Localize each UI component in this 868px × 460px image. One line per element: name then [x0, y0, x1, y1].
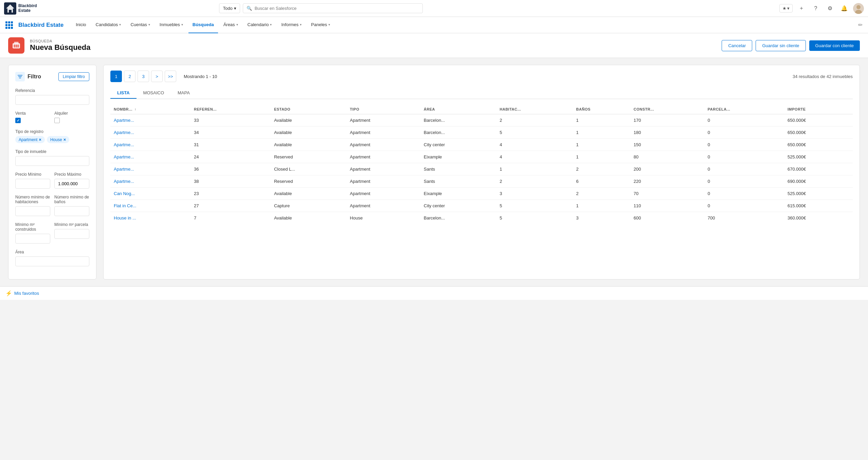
search-input-wrap: 🔍 — [243, 3, 423, 13]
row-construidos: 150 — [630, 139, 704, 151]
row-habitaciones: 5 — [496, 127, 573, 139]
num-hab-input[interactable] — [15, 206, 50, 216]
row-area: Sants — [420, 175, 496, 188]
nav-item-inicio[interactable]: Inicio — [72, 17, 90, 33]
help-button[interactable]: ? — [810, 3, 821, 14]
add-button[interactable]: ＋ — [796, 3, 807, 14]
row-nombre[interactable]: Can Nog... — [114, 191, 135, 196]
nav-item-areas[interactable]: Áreas ▾ — [219, 17, 242, 33]
tab-mapa[interactable]: MAPA — [171, 88, 197, 99]
app-switcher-icon[interactable] — [5, 21, 13, 29]
row-area: Barcelon... — [420, 127, 496, 139]
row-nombre[interactable]: Apartme... — [114, 130, 134, 135]
page-btn-2[interactable]: 2 — [124, 71, 135, 82]
nav-item-busqueda[interactable]: Búsqueda — [188, 17, 218, 33]
favorites-button[interactable]: ★ ▾ — [779, 4, 793, 13]
row-nombre[interactable]: Flat in Ce... — [114, 203, 136, 208]
chevron-down-icon: ▾ — [300, 23, 302, 26]
row-referencia: 23 — [191, 188, 271, 200]
filter-panel: Filtro Limpiar filtro Referencia Venta ✓… — [8, 65, 96, 280]
row-nombre[interactable]: Apartme... — [114, 118, 134, 123]
row-nombre[interactable]: Apartme... — [114, 179, 134, 184]
svg-rect-7 — [13, 43, 20, 49]
row-area: Eixample — [420, 188, 496, 200]
filter-header: Filtro Limpiar filtro — [15, 72, 89, 81]
num-hab-group: Número mínimo de habitaciones — [15, 195, 50, 216]
svg-point-5 — [856, 5, 861, 9]
nav-item-cuentas[interactable]: Cuentas ▾ — [126, 17, 154, 33]
page-btn-next[interactable]: > — [151, 71, 163, 82]
m2-construidos-input[interactable] — [15, 234, 50, 244]
app-title[interactable]: Blackbird Estate — [18, 22, 64, 28]
table-header-row: NOMBR... ↑ REFEREN... ESTADO TIPO ÁREA H… — [110, 104, 853, 114]
user-avatar[interactable] — [853, 3, 864, 14]
lightning-icon: ⚡ — [5, 290, 12, 296]
alquiler-group: Alquiler — [54, 111, 89, 123]
row-nombre[interactable]: Apartme... — [114, 167, 134, 172]
notifications-button[interactable]: 🔔 — [839, 3, 850, 14]
row-nombre[interactable]: House in ... — [114, 215, 136, 221]
num-banios-input[interactable] — [54, 206, 89, 216]
area-input[interactable] — [15, 256, 89, 266]
row-habitaciones: 5 — [496, 200, 573, 212]
page-btn-3[interactable]: 3 — [138, 71, 149, 82]
col-construidos: CONSTR... — [630, 104, 704, 114]
clear-filter-button[interactable]: Limpiar filtro — [58, 72, 89, 81]
row-tipo: Apartment — [346, 163, 420, 175]
row-nombre[interactable]: Apartme... — [114, 154, 134, 159]
tipo-inmueble-label: Tipo de inmueble — [15, 149, 89, 154]
results-panel: 1 2 3 > >> Mostrando 1 - 10 34 resultado… — [103, 65, 860, 280]
page-btn-1[interactable]: 1 — [110, 71, 122, 82]
m2-parcela-input[interactable] — [54, 229, 89, 239]
sort-asc-icon[interactable]: ↑ — [134, 108, 137, 111]
nav-item-candidatos[interactable]: Candidatos ▾ — [92, 17, 125, 33]
svg-rect-11 — [17, 45, 19, 46]
top-bar-right: ★ ▾ ＋ ? ⚙ 🔔 — [779, 3, 864, 14]
tab-mosaico[interactable]: MOSAICO — [137, 88, 171, 99]
precio-min-input[interactable] — [15, 179, 50, 189]
row-referencia: 36 — [191, 163, 271, 175]
tipo-inmueble-input[interactable] — [15, 156, 89, 166]
row-parcela: 0 — [704, 114, 784, 127]
svg-rect-3 — [10, 10, 12, 13]
cancel-button[interactable]: Cancelar — [722, 40, 752, 51]
venta-label: Venta — [15, 111, 50, 116]
area-label: Área — [15, 250, 89, 254]
nav-item-inmuebles[interactable]: Inmuebles ▾ — [156, 17, 187, 33]
search-scope-label: Todo — [223, 6, 232, 11]
tag-remove-apartment[interactable]: × — [39, 137, 41, 142]
alquiler-checkbox[interactable] — [54, 118, 60, 123]
referencia-input[interactable] — [15, 95, 89, 105]
nav-item-informes[interactable]: Informes ▾ — [277, 17, 306, 33]
row-importe: 615.000€ — [784, 200, 853, 212]
main-content: Filtro Limpiar filtro Referencia Venta ✓… — [0, 58, 868, 286]
edit-nav-icon[interactable]: ✏ — [858, 22, 863, 28]
tag-remove-house[interactable]: × — [64, 137, 66, 142]
row-parcela: 0 — [704, 151, 784, 163]
star-icon: ★ — [782, 6, 786, 11]
venta-checkbox[interactable]: ✓ — [15, 118, 21, 123]
settings-button[interactable]: ⚙ — [825, 3, 835, 14]
favorites-label: Mis favoritos — [14, 291, 39, 296]
nav-item-calendario[interactable]: Calendario ▾ — [243, 17, 276, 33]
row-habitaciones: 2 — [496, 175, 573, 188]
search-input[interactable] — [255, 6, 419, 11]
svg-rect-8 — [14, 42, 19, 44]
pagination-info: Mostrando 1 - 10 — [184, 74, 217, 79]
favorites-bar[interactable]: ⚡ Mis favoritos — [0, 286, 868, 300]
m2-construidos-group: Mínimo m² construidos — [15, 222, 50, 244]
save-with-client-button[interactable]: Guardar con cliente — [809, 40, 860, 51]
search-scope-dropdown[interactable]: Todo ▾ — [219, 3, 240, 13]
app-logo[interactable]: BlackbirdEstate — [4, 2, 37, 15]
save-without-client-button[interactable]: Guardar sin cliente — [756, 40, 806, 51]
page-btn-last[interactable]: >> — [165, 71, 176, 82]
row-tipo: House — [346, 212, 420, 224]
tab-lista[interactable]: LISTA — [110, 88, 137, 99]
col-parcela: PARCELA... — [704, 104, 784, 114]
svg-rect-12 — [14, 46, 15, 47]
nav-item-paneles[interactable]: Paneles ▾ — [307, 17, 334, 33]
precio-max-input[interactable] — [54, 179, 89, 189]
col-banios: BAÑOS — [573, 104, 630, 114]
row-nombre[interactable]: Apartme... — [114, 142, 134, 147]
row-banios: 1 — [573, 151, 630, 163]
